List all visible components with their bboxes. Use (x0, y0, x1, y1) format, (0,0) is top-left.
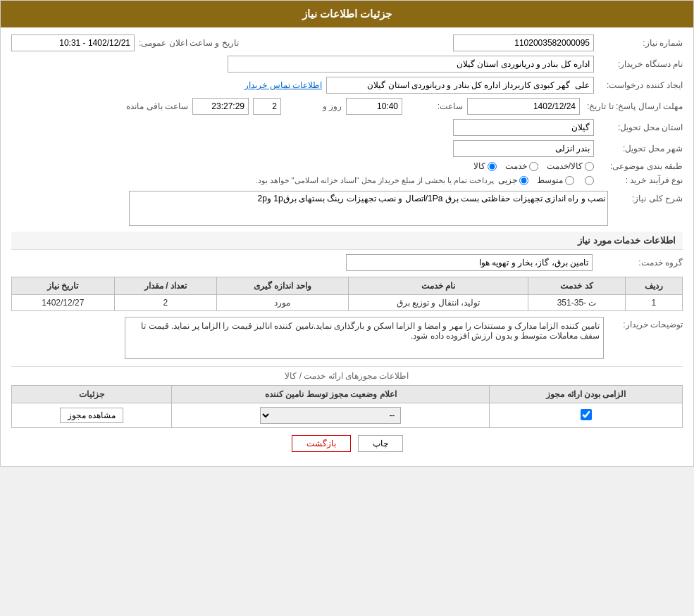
col-name: نام خدمت (348, 277, 528, 295)
header-title: جزئیات اطلاعات نیاز (302, 8, 392, 20)
services-table: ردیف کد خدمت نام خدمت واحد اندازه گیری ت… (11, 277, 683, 311)
requester-label: ایجاد کننده درخواست: (598, 80, 683, 90)
permit-row: -- مشاهده مجوز (12, 403, 683, 428)
need-description-textarea[interactable] (129, 191, 608, 226)
footer-buttons: چاپ بازگشت (11, 435, 683, 452)
deadline-date-input (467, 98, 580, 115)
process-description: پرداخت تمام یا بخشی از مبلغ خریداز محل "… (255, 176, 494, 185)
process-label: نوع فرآیند خرید : (598, 175, 683, 185)
col-code: کد خدمت (528, 277, 625, 295)
deadline-time-label: ساعت: (407, 101, 463, 111)
buyer-notes-label: توضیحات خریدار: (612, 317, 683, 329)
permit-col-required: الزامی بودن ارائه مجوز (490, 386, 683, 403)
category-option-kala-khedmat[interactable]: کالا/خدمت (547, 161, 594, 171)
deadline-label: مهلت ارسال پاسخ: تا تاریخ: (584, 101, 683, 111)
need-number-label: شماره نیاز: (598, 38, 683, 48)
requester-input (326, 77, 594, 94)
permit-table: الزامی بودن ارائه مجوز اعلام وضعیت مجوز … (11, 385, 683, 428)
buyer-notes-box: تامین کننده الزاما مدارک و مستندات را مه… (125, 317, 604, 359)
col-row: ردیف (625, 277, 682, 295)
contact-link[interactable]: اطلاعات تماس خریدار (244, 80, 322, 90)
category-option-khedmat[interactable]: خدمت (505, 161, 538, 171)
buyer-org-label: نام دستگاه خریدار: (598, 59, 683, 69)
col-date: تاریخ نیاز (12, 277, 115, 295)
permit-col-details: جزئیات (12, 386, 172, 403)
row-date: 1402/12/27 (12, 295, 115, 311)
city-input (453, 140, 594, 157)
province-label: استان محل تحویل: (598, 122, 683, 132)
col-qty: تعداد / مقدار (114, 277, 217, 295)
city-label: شهر محل تحویل: (598, 144, 683, 153)
deadline-days-input (253, 98, 281, 115)
deadline-remaining-input (192, 98, 249, 115)
service-group-label: گروه خدمت: (598, 258, 683, 268)
services-section-title: اطلاعات خدمات مورد نیاز (11, 232, 683, 250)
permit-col-status: اعلام وضعیت مجوز توسط نامین کننده (172, 386, 490, 403)
table-row: 1 ت -35-351 تولید، انتقال و توزیع برق مو… (12, 295, 683, 311)
row-service-name: تولید، انتقال و توزیع برق (348, 295, 528, 311)
permit-required-checkbox[interactable] (581, 409, 592, 420)
permit-section-title: اطلاعات مجوزهای ارائه خدمت / کالا (11, 366, 683, 381)
buyer-org-input (228, 56, 594, 73)
announce-date-label: تاریخ و ساعت اعلان عمومی: (139, 38, 239, 48)
row-code: ت -35-351 (528, 295, 625, 311)
row-num: 1 (625, 295, 682, 311)
permit-status-cell[interactable]: -- (172, 403, 490, 428)
page-header: جزئیات اطلاعات نیاز (1, 1, 693, 27)
deadline-time-input (346, 98, 402, 115)
process-option-empty[interactable] (583, 176, 594, 185)
category-radio-group: کالا/خدمت خدمت کالا (473, 161, 594, 171)
row-unit: مورد (217, 295, 348, 311)
col-unit: واحد اندازه گیری (217, 277, 348, 295)
need-desc-label: شرح کلی نیاز: (612, 191, 683, 203)
deadline-remaining-label: ساعت باقی مانده (104, 101, 188, 111)
deadline-days-label: روز و (285, 101, 342, 111)
process-radio-group: متوسط جزیی (498, 175, 594, 185)
service-group-input (346, 254, 593, 271)
view-permit-button[interactable]: مشاهده مجوز (60, 408, 123, 423)
back-button[interactable]: بازگشت (292, 435, 351, 452)
process-option-jozi[interactable]: جزیی (498, 175, 528, 185)
category-label: طبقه بندی موضوعی: (598, 161, 683, 171)
permit-required-cell (490, 403, 683, 428)
announce-date-input (11, 34, 135, 51)
province-input (453, 119, 594, 136)
row-qty: 2 (114, 295, 217, 311)
permit-details-cell[interactable]: مشاهده مجوز (12, 403, 172, 428)
need-number-input (453, 34, 594, 51)
permit-status-select[interactable]: -- (260, 407, 401, 424)
process-option-motavasset[interactable]: متوسط (537, 175, 574, 185)
print-button[interactable]: چاپ (358, 435, 403, 452)
category-option-kala[interactable]: کالا (473, 161, 497, 171)
